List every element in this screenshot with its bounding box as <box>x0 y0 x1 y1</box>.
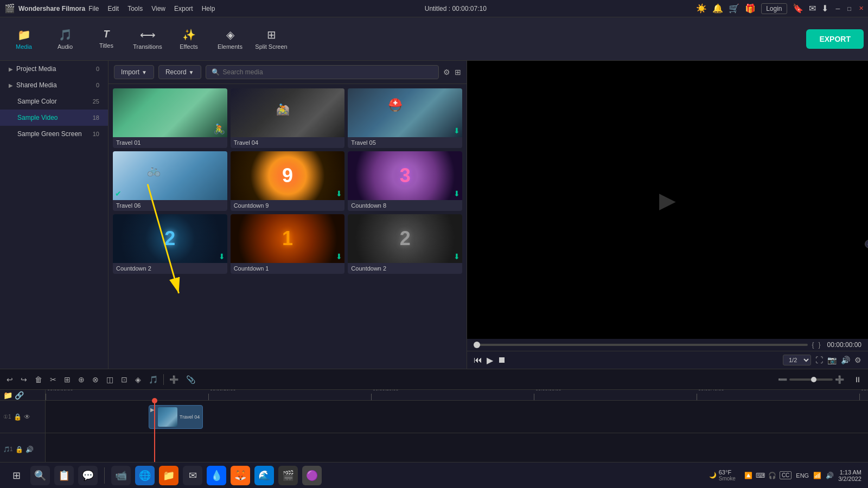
delete-button[interactable]: 🗑 <box>33 374 44 385</box>
settings-icon[interactable]: ⚙ <box>854 356 861 364</box>
audio-lock-icon[interactable]: 🔒 <box>15 446 23 453</box>
taskbar-app2[interactable]: 🟣 <box>302 466 322 485</box>
preview-progress-bar[interactable] <box>474 344 808 346</box>
menu-view[interactable]: View <box>151 5 165 12</box>
list-item[interactable]: 🚲 ✔ Travel 06 <box>113 151 227 211</box>
zoom-slider[interactable] <box>789 378 833 381</box>
sidebar-item-shared-media[interactable]: ▶ Shared Media 0 <box>0 77 108 93</box>
maximize-button[interactable]: □ <box>847 5 851 12</box>
add-media-button[interactable]: 📁 <box>3 391 12 400</box>
undo-button[interactable]: ↩ <box>4 374 15 385</box>
taskbar-search[interactable]: 🔍 <box>30 466 50 485</box>
search-box[interactable]: 🔍 <box>206 65 439 79</box>
close-button[interactable]: ✕ <box>859 5 864 12</box>
list-item[interactable]: 🚴 Travel 01 <box>113 88 227 148</box>
toolbar-titles[interactable]: T Titles <box>87 20 126 58</box>
taskbar-filmora[interactable]: 🎬 <box>278 466 298 485</box>
sidebar-item-project-media[interactable]: ▶ Project Media 0 <box>0 61 108 77</box>
stop-button[interactable]: ⏹ <box>497 355 506 365</box>
taskbar-browser[interactable]: 🌐 <box>135 466 155 485</box>
menu-help[interactable]: Help <box>202 5 215 12</box>
list-item[interactable]: 9 ⬇ Countdown 9 <box>231 151 345 211</box>
toolbar-split-screen[interactable]: ⊞ Split Screen <box>252 20 291 58</box>
toolbar-audio[interactable]: 🎵 Audio <box>46 20 85 58</box>
toolbar-transitions[interactable]: ⟷ Transitions <box>128 20 167 58</box>
add-track-button[interactable]: ➕ <box>167 374 181 385</box>
quality-select[interactable]: 1/2 Full 1/4 <box>783 355 811 365</box>
in-mark[interactable]: { <box>812 341 814 349</box>
eye-icon[interactable]: 👁 <box>24 413 30 421</box>
taskbar-firefox[interactable]: 🦊 <box>231 466 250 485</box>
sidebar-item-sample-green[interactable]: Sample Green Screen 10 <box>0 126 108 142</box>
toolbar-media[interactable]: 📁 Media <box>4 20 43 58</box>
sidebar-item-sample-video[interactable]: Sample Video 18 <box>0 110 108 126</box>
language-indicator[interactable]: ENG <box>796 472 809 479</box>
clip-button[interactable]: 📎 <box>184 374 197 385</box>
zoom-fit-button[interactable]: ⊡ <box>119 374 130 385</box>
search-input[interactable] <box>223 68 433 76</box>
record-button[interactable]: Record ▼ <box>158 65 201 79</box>
audio-button[interactable]: 🎵 <box>146 374 160 385</box>
taskbar-meet[interactable]: 📹 <box>111 466 131 485</box>
zoom-in-button[interactable]: ➕ <box>835 375 844 384</box>
rewind-button[interactable]: ⏮ <box>474 355 482 365</box>
zoom-thumb[interactable] <box>811 377 816 382</box>
taskbar-keyboard[interactable]: ⌨ <box>756 472 765 479</box>
toolbar-effects[interactable]: ✨ Effects <box>169 20 208 58</box>
progress-thumb[interactable] <box>474 342 480 348</box>
taskbar-explorer[interactable]: 📁 <box>159 466 178 485</box>
filter-icon[interactable]: ⚙ <box>443 68 450 76</box>
cart-icon[interactable]: 🛒 <box>729 3 739 14</box>
list-item[interactable]: 2 ⬇ Countdown 2 <box>113 214 227 274</box>
menu-edit[interactable]: Edit <box>107 5 119 12</box>
list-item[interactable]: ⛑️ ⬇ Travel 05 <box>348 88 462 148</box>
sun-icon[interactable]: ☀️ <box>696 3 707 14</box>
cut-button[interactable]: ✂ <box>48 374 59 385</box>
taskbar-dropbox[interactable]: 💧 <box>207 466 226 485</box>
toolbar-elements[interactable]: ◈ Elements <box>210 20 250 58</box>
list-item[interactable]: 3 ⬇ Countdown 8 <box>348 151 462 211</box>
tray-up-icon[interactable]: 🔼 <box>744 472 752 479</box>
mail-icon[interactable]: ✉ <box>809 3 816 14</box>
mark-button[interactable]: ◈ <box>133 374 143 385</box>
volume-icon[interactable]: 🔊 <box>841 356 850 364</box>
taskbar-cc[interactable]: CC <box>780 471 792 479</box>
taskbar-headset[interactable]: 🎧 <box>768 472 776 479</box>
transform-button[interactable]: ⊕ <box>76 374 87 385</box>
login-button[interactable]: Login <box>761 3 787 14</box>
wifi-icon[interactable]: 📶 <box>813 472 821 479</box>
play-button[interactable]: ▶ <box>487 355 493 365</box>
grid-view-icon[interactable]: ⊞ <box>455 68 461 76</box>
taskbar-widgets[interactable]: 📋 <box>54 466 74 485</box>
taskbar-mail[interactable]: ✉ <box>183 466 202 485</box>
audio-volume-icon[interactable]: 🔊 <box>25 446 34 453</box>
export-button[interactable]: EXPORT <box>806 29 864 49</box>
menu-file[interactable]: File <box>88 5 99 12</box>
taskbar-chat[interactable]: 💬 <box>78 466 98 485</box>
fullscreen-icon[interactable]: ⛶ <box>815 356 823 364</box>
timeline-playhead[interactable] <box>154 401 155 466</box>
pause-timeline-button[interactable]: ⏸ <box>852 374 864 385</box>
gift-icon[interactable]: 🎁 <box>745 3 756 14</box>
import-button[interactable]: Import ▼ <box>114 65 154 79</box>
video-clip[interactable]: ▶ Travel 04 <box>149 405 203 429</box>
menu-tools[interactable]: Tools <box>127 5 143 12</box>
list-item[interactable]: 1 ⬇ Countdown 1 <box>231 214 345 274</box>
minimize-button[interactable]: ─ <box>836 5 840 12</box>
add-link-button[interactable]: 🔗 <box>15 391 24 400</box>
taskbar-edge[interactable]: 🌊 <box>254 466 274 485</box>
list-item[interactable]: 🚵 Travel 04 <box>231 88 345 148</box>
volume-icon[interactable]: 🔊 <box>826 472 834 479</box>
crop-button[interactable]: ⊞ <box>62 374 73 385</box>
snapshot-icon[interactable]: 📷 <box>827 356 837 364</box>
redo-button[interactable]: ↪ <box>18 374 29 385</box>
zoom-out-button[interactable]: ➖ <box>778 375 787 384</box>
sidebar-item-sample-color[interactable]: Sample Color 25 <box>0 93 108 110</box>
lock-icon[interactable]: 🔒 <box>14 413 22 421</box>
split-button[interactable]: ◫ <box>104 374 116 385</box>
out-mark[interactable]: } <box>819 341 821 349</box>
rotate-button[interactable]: ⊗ <box>90 374 101 385</box>
bookmark-icon[interactable]: 🔖 <box>793 3 803 14</box>
menu-export[interactable]: Export <box>174 5 193 12</box>
notification-icon[interactable]: 🔔 <box>712 3 723 14</box>
